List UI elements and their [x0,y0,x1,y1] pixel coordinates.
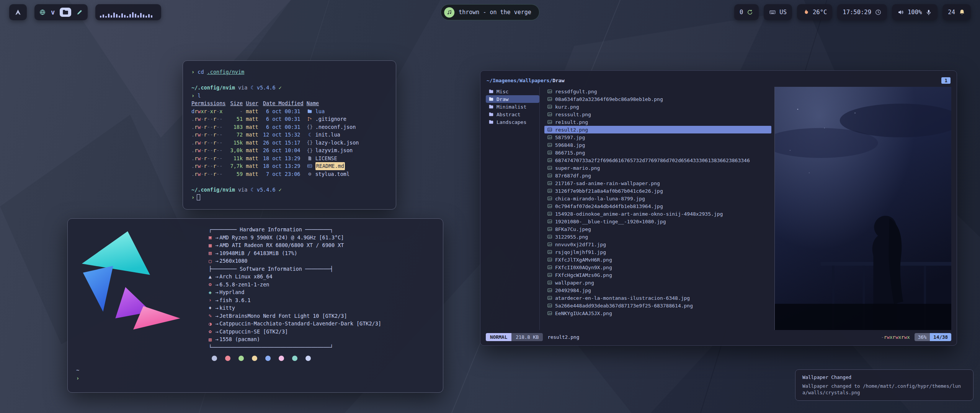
sidebar-folder-abstract[interactable]: Abstract [486,111,539,118]
volume-module[interactable]: 100% [892,4,938,20]
file-row[interactable]: FXfcHgcWIAMzs0G.png [544,271,771,279]
sidebar-folder-draw[interactable]: Draw [486,95,539,103]
file-row[interactable]: chica-mirando-la-luna-8799.jpg [544,195,771,202]
terminal-command-line: › l [191,92,387,100]
file-owner: matt [246,107,260,115]
file-row[interactable]: rsjqojlmjhf91.jpg [544,248,771,256]
file-row[interactable]: ressdfgult.png [544,88,771,95]
window-manager-icon: ◈ [209,290,215,295]
terminal-input-line[interactable]: › [191,193,387,202]
file-row[interactable]: 587597.jpg [544,133,771,141]
file-row[interactable]: 3122955.png [544,233,771,241]
sidebar-folder-minimalist[interactable]: Minimalist [486,103,539,111]
column-header: Date Modified [263,99,304,107]
file-row[interactable]: 0c794faf07de24a4db4d4fb1eb813964.jpg [544,202,771,210]
file-row[interactable]: 19201080-__blue-tinge__-1920×1080.jpg [544,218,771,225]
file-row[interactable]: 217167-sad-anime-rain-wallpaper.png [544,179,771,187]
file-row[interactable]: atardecer-en-la-montanas-ilustracion-634… [544,294,771,302]
date-modified: 18 oct 13:29 [263,162,304,170]
fetch-terminal-row: ♦→kitty [209,304,381,312]
moon-icon: ☾ [307,132,313,137]
arrow-icon: → [215,241,218,249]
viz-bar [148,14,150,18]
file-row[interactable]: 8FKa7Cu.jpeg [544,225,771,233]
file-name: rsjqojlmjhf91.jpg [555,249,606,255]
media-widget[interactable]: thrown - on the verge [441,4,539,20]
date-modified: 18 oct 13:29 [263,154,304,163]
workspace-3[interactable] [60,8,71,17]
status-ok-icon: ✓ [279,187,282,193]
clock-module[interactable]: 17:50:29 [837,4,887,20]
file-row[interactable]: FXfcII0X0AQyn9X.png [544,263,771,271]
file-name: result2.png [555,127,588,133]
status-ok-icon: ✓ [279,85,282,91]
file-name-cell: ⚙stylua.toml [307,170,387,178]
fetch-prompt: ~ › [76,366,434,382]
sidebar-folder-landscapes[interactable]: Landscapes [486,118,539,126]
file-row[interactable]: 3126f7e9bbf21a8a4af0b67b041c6e26.jpg [544,187,771,195]
file-size-badge: 218.8 KB [511,333,543,341]
viz-bar [151,15,152,18]
file-list-pane[interactable]: ressdfgult.png08a634fa02a32364f69ebc86a9… [539,87,774,330]
date-modified: 6 oct 00:31 [263,115,304,123]
file-row[interactable]: 08a634fa02a32364f69ebc86a98eb1eb.png [544,95,771,103]
parent-folder-pane[interactable]: MiscDrawMinimalistAbstractLandscapes [486,87,539,330]
folder-icon [488,96,494,102]
file-name: chica-mirando-la-luna-8799.jpg [555,196,645,202]
file-row[interactable]: 5a266e448add93deab367d87173e9f25-6837886… [544,302,771,309]
file-row[interactable]: 154928-odinokoe_anime-art-anime-okno-sin… [544,210,771,218]
prompt-char: › [191,194,194,200]
wm-value: Hyprland [219,288,244,296]
file-name: 5a266e448add93deab367d87173e9f25-6837886… [555,303,693,309]
file-row[interactable]: EeNKYgIUcAAJ5JX.png [544,309,771,317]
tab-badge[interactable]: 1 [941,77,951,84]
workspace-1[interactable] [39,9,46,16]
notification-popup[interactable]: Wallpaper Changed Wallpaper changed to /… [795,369,973,401]
file-owner: matt [246,154,260,163]
terminal-input-line[interactable]: › [76,374,434,382]
file-row[interactable]: 68747470733a2f2f696d616765732d7769786d70… [544,156,771,164]
braces-icon: {} [307,148,313,153]
fetch-icon-theme-row: ✿→Catppuccin-SE [GTK2/3] [209,328,381,336]
workspace-2[interactable]: v [51,9,55,16]
file-name: FXfcJlTXgAMvH6R.png [555,257,612,263]
folder-icon [62,9,69,16]
workspaces: v [34,4,88,20]
keyboard-layout-module[interactable]: US [764,4,792,20]
palette-dot [238,356,244,361]
file-row[interactable]: result2.png [544,126,771,133]
file-row[interactable]: 866715.png [544,149,771,156]
file-row[interactable]: 20492984.jpg [544,286,771,294]
braces-icon: {} [307,124,313,129]
date-modified: 6 oct 00:31 [263,123,304,131]
file-row[interactable]: FXfcJlTXgAMvH6R.png [544,256,771,263]
file-row[interactable]: 87r687df.png [544,172,771,179]
launcher-button[interactable] [9,4,27,20]
preview-pane [774,87,951,330]
updates-module[interactable]: 0 [734,4,759,20]
fetch-wm-row: ◈→Hyprland [209,288,381,296]
file-row[interactable]: wallpaper.png [544,279,771,286]
file-row[interactable]: re1sult.png [544,118,771,126]
file-row[interactable]: kurz.png [544,103,771,111]
file-row[interactable]: resssult.png [544,111,771,118]
fetch-theme-row: ◑→Catppuccin-Macchiato-Standard-Lavender… [209,320,381,328]
cwd-path: ~/.config/nvim [191,85,235,91]
viz-bar [111,15,112,18]
file-row[interactable]: 596848.jpg [544,141,771,149]
arrow-icon: → [215,273,218,281]
file-row[interactable]: nnvuv0xj2df71.jpg [544,241,771,248]
file-name: 154928-odinokoe_anime-art-anime-okno-sin… [555,211,723,217]
sidebar-folder-misc[interactable]: Misc [486,88,539,95]
image-icon [547,219,552,224]
file-name: 866715.png [555,150,585,156]
file-owner: matt [246,139,260,147]
notifications-module[interactable]: 24 [942,4,971,20]
folder-icon [488,89,494,94]
workspace-4[interactable] [76,9,83,16]
temperature-module[interactable]: 26°C [797,4,832,20]
file-row[interactable]: super-mario.png [544,164,771,172]
display-icon: ▢ [209,259,215,263]
viz-bar [143,15,144,18]
arrow-icon: → [215,304,218,312]
